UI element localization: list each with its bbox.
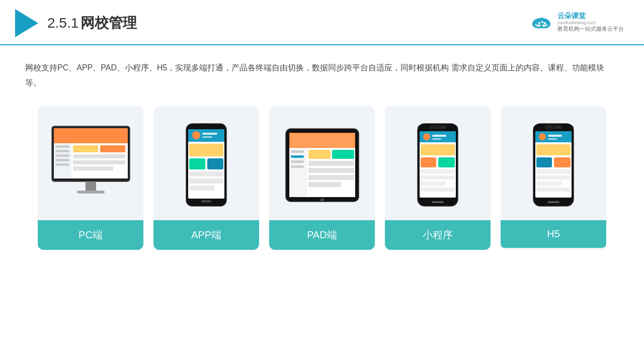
svg-point-4 [538,22,540,24]
svg-rect-83 [548,135,562,137]
svg-rect-32 [202,136,212,138]
h5-phone-svg [531,122,576,208]
svg-rect-38 [189,186,214,191]
svg-rect-73 [421,188,455,192]
svg-rect-84 [548,138,557,140]
main-content: 网校支持PC、APP、PAD、小程序、H5，实现多端打通，产品各终端自由切换，数… [0,45,644,260]
svg-rect-20 [55,154,69,157]
svg-rect-31 [202,133,217,135]
card-pc-image [43,116,138,214]
svg-rect-23 [86,182,96,192]
svg-rect-85 [536,144,571,155]
svg-rect-22 [55,163,69,166]
svg-rect-91 [536,188,571,192]
svg-point-6 [544,22,546,24]
svg-rect-33 [189,144,223,156]
svg-point-64 [423,133,430,140]
card-app-image [158,116,254,214]
app-phone-svg [184,122,229,208]
svg-point-5 [541,21,543,23]
card-h5-image [506,116,601,214]
card-pc-label: PC端 [38,220,143,250]
svg-point-61 [442,126,444,128]
cloud-icon [529,13,553,31]
svg-rect-19 [55,150,69,152]
svg-rect-71 [421,175,455,179]
svg-rect-15 [73,154,125,158]
card-h5: H5 [501,106,606,250]
svg-rect-51 [332,150,354,159]
svg-rect-87 [554,157,571,167]
svg-rect-55 [308,182,341,187]
svg-rect-66 [432,138,441,140]
brand-name: 云朵课堂 [557,12,586,20]
svg-rect-27 [199,124,214,129]
svg-rect-72 [421,182,446,186]
svg-rect-68 [421,157,436,167]
logo-triangle-icon [15,9,38,37]
svg-rect-90 [536,182,561,186]
card-miniprogram-label: 小程序 [385,220,491,250]
svg-rect-48 [291,160,304,163]
svg-rect-89 [536,175,571,179]
svg-rect-47 [291,155,304,158]
svg-point-79 [558,126,560,128]
svg-rect-54 [308,175,354,180]
svg-rect-65 [432,135,446,137]
svg-rect-17 [73,166,113,170]
svg-rect-62 [432,201,444,203]
brand-text-block: 云朵课堂 yunduoketang.com 教育机构一站式服务云平台 [557,12,624,33]
svg-point-30 [192,131,200,139]
brand-slogan: 教育机构一站式服务云平台 [557,25,624,33]
svg-rect-18 [55,145,69,148]
svg-rect-70 [421,169,455,173]
svg-rect-67 [421,144,455,155]
svg-rect-69 [438,157,455,167]
card-pc: PC端 [38,106,143,250]
svg-rect-80 [547,201,559,203]
svg-rect-13 [73,145,98,152]
svg-rect-46 [291,150,304,153]
svg-point-41 [320,198,324,202]
card-miniprogram: 小程序 [385,106,491,250]
platform-cards: PC端 [25,106,619,250]
miniprogram-phone-svg [415,122,460,208]
card-app-label: APP端 [153,220,259,250]
card-app: APP端 [153,106,259,250]
svg-point-82 [539,133,546,140]
svg-rect-50 [308,150,331,159]
svg-rect-43 [290,134,354,147]
svg-rect-49 [291,165,304,168]
svg-rect-37 [189,178,223,184]
svg-rect-86 [536,157,552,167]
description-text: 网校支持PC、APP、PAD、小程序、H5，实现多端打通，产品各终端自由切换，数… [25,60,619,91]
svg-rect-52 [308,161,354,166]
brand-icon [529,13,553,31]
card-h5-label: H5 [501,220,606,248]
card-pad-image [274,116,370,214]
svg-rect-28 [201,200,211,203]
svg-rect-36 [189,171,223,176]
svg-rect-14 [100,145,125,152]
svg-rect-88 [536,169,571,173]
svg-rect-16 [73,160,125,164]
svg-rect-53 [308,168,354,173]
brand-url: yunduoketang.com [557,20,596,25]
header: 2.5.1网校管理 云朵课堂 yunduoketang.com 教育机构一站式服… [0,0,644,45]
pad-tablet-svg [283,124,361,207]
card-miniprogram-image [390,116,486,214]
svg-rect-9 [54,128,128,143]
svg-rect-34 [189,158,205,169]
svg-rect-21 [55,159,69,161]
svg-rect-24 [77,191,105,194]
svg-rect-35 [207,158,223,169]
card-pad-label: PAD端 [269,220,375,250]
svg-rect-44 [289,148,307,197]
pc-monitor-svg [47,124,135,207]
page-title: 2.5.1网校管理 [47,14,137,33]
card-pad: PAD端 [269,106,375,250]
brand-logo: 云朵课堂 yunduoketang.com 教育机构一站式服务云平台 [529,12,624,33]
